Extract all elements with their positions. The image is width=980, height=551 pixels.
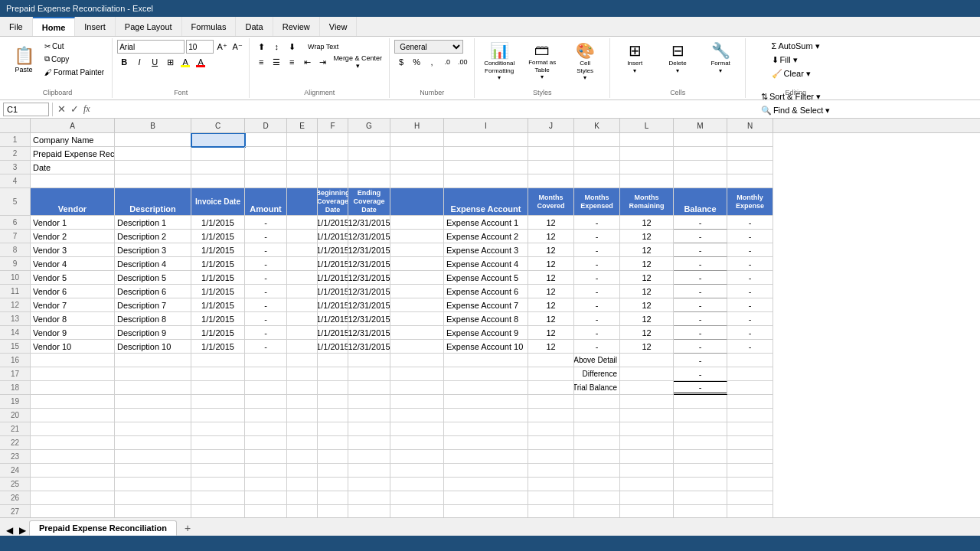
cell-k-23[interactable] xyxy=(574,450,620,464)
cell-e1[interactable] xyxy=(287,133,318,147)
cell-g-27[interactable] xyxy=(348,505,390,517)
cell-d-25[interactable] xyxy=(245,478,287,491)
cell-j8[interactable]: 12 xyxy=(528,243,574,257)
cell-c8[interactable]: 1/1/2015 xyxy=(191,243,245,257)
format-painter-button[interactable]: 🖌 Format Painter xyxy=(41,66,107,78)
cell-a15[interactable]: Vendor 10 xyxy=(31,340,115,354)
cell-n12[interactable]: - xyxy=(727,298,773,312)
cell-b14[interactable]: Description 9 xyxy=(115,326,191,340)
cell-l15[interactable]: 12 xyxy=(620,340,674,354)
cell-f18[interactable] xyxy=(318,381,348,395)
cell-f-22[interactable] xyxy=(318,436,348,450)
tab-formulas[interactable]: Formulas xyxy=(182,17,237,36)
header-months-remaining[interactable]: Months Remaining xyxy=(620,188,674,216)
cell-l4[interactable] xyxy=(620,174,674,188)
cell-e-19[interactable] xyxy=(287,395,318,409)
cell-l-26[interactable] xyxy=(620,491,674,505)
align-right-button[interactable]: ≡ xyxy=(285,55,299,69)
cell-h-22[interactable] xyxy=(390,436,444,450)
cell-a7[interactable]: Vendor 2 xyxy=(31,230,115,243)
cell-g-19[interactable] xyxy=(348,395,390,409)
cell-k-21[interactable] xyxy=(574,422,620,436)
cell-a17[interactable] xyxy=(31,367,115,381)
font-grow-button[interactable]: A⁺ xyxy=(215,40,229,54)
header-amount[interactable]: Amount xyxy=(245,188,287,216)
delete-cells-button[interactable]: ⊟ Delete ▾ xyxy=(658,40,697,76)
cell-m-24[interactable] xyxy=(674,464,727,478)
cell-e16[interactable] xyxy=(287,354,318,367)
cell-a-24[interactable] xyxy=(31,464,115,478)
cell-n3[interactable] xyxy=(727,161,773,174)
row-num-2[interactable]: 2 xyxy=(0,147,31,161)
cell-b10[interactable]: Description 5 xyxy=(115,271,191,285)
cell-c16[interactable] xyxy=(191,354,245,367)
cell-g2[interactable] xyxy=(348,147,390,161)
cell-k-25[interactable] xyxy=(574,478,620,491)
align-left-button[interactable]: ≡ xyxy=(254,55,268,69)
cell-c-19[interactable] xyxy=(191,395,245,409)
cell-h13[interactable] xyxy=(390,312,444,326)
cell-b18[interactable] xyxy=(115,381,191,395)
cell-j4[interactable] xyxy=(528,174,574,188)
cell-j14[interactable]: 12 xyxy=(528,326,574,340)
cell-h6[interactable] xyxy=(390,216,444,230)
cell-g3[interactable] xyxy=(348,161,390,174)
cell-e-22[interactable] xyxy=(287,436,318,450)
cell-n17[interactable] xyxy=(727,367,773,381)
cell-i2[interactable] xyxy=(444,147,528,161)
cell-f15[interactable]: 1/1/2015 xyxy=(318,340,348,354)
cell-m1[interactable] xyxy=(674,133,727,147)
cell-k11[interactable]: - xyxy=(574,285,620,298)
tab-review[interactable]: Review xyxy=(273,17,320,36)
cell-j16[interactable] xyxy=(528,354,574,367)
cell-n7[interactable]: - xyxy=(727,230,773,243)
row-num-23[interactable]: 23 xyxy=(0,450,31,464)
cell-h-26[interactable] xyxy=(390,491,444,505)
cell-n2[interactable] xyxy=(727,147,773,161)
cell-e8[interactable] xyxy=(287,243,318,257)
cell-b15[interactable]: Description 10 xyxy=(115,340,191,354)
cell-i16[interactable] xyxy=(444,354,528,367)
tab-insert[interactable]: Insert xyxy=(75,17,116,36)
row-num-7[interactable]: 7 xyxy=(0,230,31,243)
row-num-27[interactable]: 27 xyxy=(0,505,31,517)
row-num-21[interactable]: 21 xyxy=(0,422,31,436)
cell-h8[interactable] xyxy=(390,243,444,257)
cell-c-27[interactable] xyxy=(191,505,245,517)
align-top-button[interactable]: ⬆ xyxy=(254,40,268,54)
cell-k1[interactable] xyxy=(574,133,620,147)
insert-button[interactable]: ⊞ Insert ▾ xyxy=(615,40,655,76)
cell-m-22[interactable] xyxy=(674,436,727,450)
grid-scroll[interactable]: 1 Company Name xyxy=(0,133,980,517)
cell-j3[interactable] xyxy=(528,161,574,174)
cell-a3[interactable]: Date xyxy=(31,161,115,174)
cell-m12[interactable]: - xyxy=(674,298,727,312)
cell-l7[interactable]: 12 xyxy=(620,230,674,243)
header-empty-h[interactable] xyxy=(390,188,444,216)
cell-k7[interactable]: - xyxy=(574,230,620,243)
cell-m7[interactable]: - xyxy=(674,230,727,243)
cell-l16[interactable] xyxy=(620,354,674,367)
underline-button[interactable]: U xyxy=(148,55,162,69)
cell-b-21[interactable] xyxy=(115,422,191,436)
row-num-4[interactable]: 4 xyxy=(0,174,31,188)
cell-b9[interactable]: Description 4 xyxy=(115,257,191,271)
cell-styles-button[interactable]: 🎨 CellStyles ▾ xyxy=(565,40,605,83)
cell-l17[interactable] xyxy=(620,367,674,381)
align-middle-button[interactable]: ↕ xyxy=(270,40,283,54)
cell-k-19[interactable] xyxy=(574,395,620,409)
cell-h4[interactable] xyxy=(390,174,444,188)
cell-m4[interactable] xyxy=(674,174,727,188)
conditional-formatting-button[interactable]: 📊 ConditionalFormatting ▾ xyxy=(479,40,519,83)
row-num-10[interactable]: 10 xyxy=(0,271,31,285)
row-num-13[interactable]: 13 xyxy=(0,312,31,326)
cell-m-26[interactable] xyxy=(674,491,727,505)
cell-i-21[interactable] xyxy=(444,422,528,436)
cell-f6[interactable]: 1/1/2015 xyxy=(318,216,348,230)
cell-g4[interactable] xyxy=(348,174,390,188)
cell-l12[interactable]: 12 xyxy=(620,298,674,312)
cell-c-26[interactable] xyxy=(191,491,245,505)
cell-c3[interactable] xyxy=(191,161,245,174)
cell-c18[interactable] xyxy=(191,381,245,395)
row-num-19[interactable]: 19 xyxy=(0,395,31,409)
